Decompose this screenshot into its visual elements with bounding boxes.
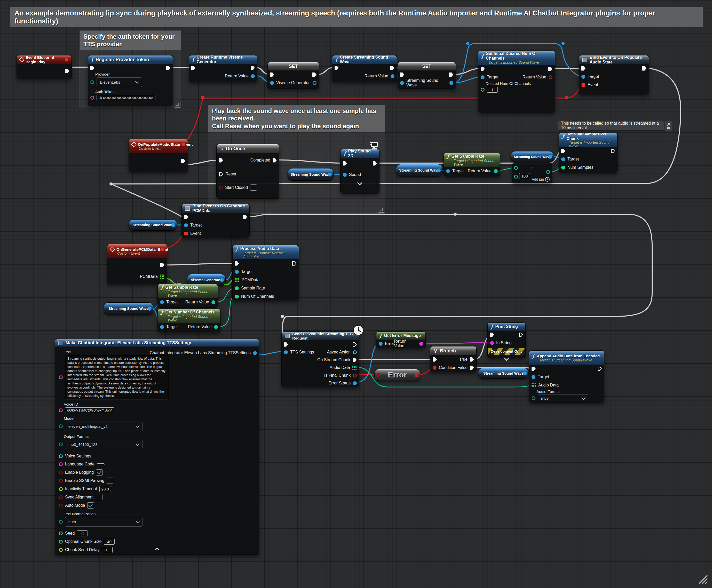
- exec-in-pin[interactable]: [191, 66, 196, 70]
- audio-format-dropdown[interactable]: mp3: [538, 394, 588, 402]
- voice-id-input[interactable]: gOkFV1JMCt0G0n9xmBwV: [65, 407, 114, 413]
- exec-in-pin[interactable]: [219, 158, 223, 163]
- exec-out-pin[interactable]: [373, 161, 377, 166]
- delegate-pin[interactable]: [64, 58, 68, 62]
- exec-in-pin[interactable]: [235, 261, 239, 266]
- node-create-streaming-sound-wave[interactable]: ƒ Create Streaming Sound Wave Return Val…: [332, 55, 397, 82]
- delegate-pin[interactable]: [161, 248, 165, 252]
- streaming-sound-wave-pin[interactable]: [400, 81, 404, 85]
- dividend-pin[interactable]: [514, 166, 518, 170]
- reroute-node[interactable]: [109, 183, 113, 186]
- node-branch[interactable]: Branch True ConditionFalse: [430, 346, 476, 372]
- reset-exec-pin[interactable]: [219, 172, 223, 176]
- exec-out-pin[interactable]: [390, 66, 394, 70]
- sound-pin[interactable]: [343, 173, 347, 177]
- optimal-chunk-size-input[interactable]: 40: [104, 539, 115, 545]
- output-pin[interactable]: [313, 81, 317, 85]
- exec-in-pin[interactable]: [481, 67, 485, 71]
- graph-title-comment[interactable]: An example demonstrating lip sync during…: [10, 7, 703, 27]
- bubble-pin-box[interactable]: [665, 121, 672, 131]
- variable-streaming-sound-wave[interactable]: Streaming Sound Wave: [511, 151, 554, 162]
- return-value-pin[interactable]: [549, 75, 552, 79]
- in-string-pin[interactable]: [490, 341, 494, 345]
- start-closed-checkbox[interactable]: [250, 185, 257, 191]
- node-register-provider-token[interactable]: ƒ Register Provider Token Provider Eleve…: [88, 55, 173, 106]
- output-pin[interactable]: [171, 223, 175, 227]
- exec-out-pin[interactable]: [65, 69, 69, 73]
- node-print-string[interactable]: ƒ Print String In String Development Onl…: [487, 322, 526, 358]
- tts-settings-output-pin[interactable]: [253, 351, 257, 355]
- node-get-sample-rate[interactable]: ƒGet Sample Rate Target is Imported Soun…: [444, 153, 500, 176]
- output-format-dropdown[interactable]: mp3_44100_128: [65, 440, 143, 449]
- sample-rate-pin[interactable]: [235, 287, 239, 290]
- node-do-once[interactable]: ↳ Do Once Completed Reset Start Closed: [216, 144, 279, 199]
- blueprint-canvas[interactable]: An example demonstrating lip sync during…: [0, 0, 712, 588]
- output-pin[interactable]: [328, 173, 332, 176]
- node-get-sample-rate[interactable]: ƒGet Sample Rate Target is Imported Soun…: [158, 284, 218, 308]
- reroute-node[interactable]: [562, 42, 565, 45]
- target-pin[interactable]: [235, 270, 239, 274]
- pcmdata-pin[interactable]: [235, 278, 236, 279]
- node-make-tts-settings[interactable]: Make Chatbot Integrator Eleven Labs Stre…: [55, 339, 259, 555]
- exec-out-pin[interactable]: [251, 66, 255, 70]
- node-on-populate-audio-state-event[interactable]: OnPopulateAudioState_Event Custom Event: [128, 139, 188, 172]
- num-samples-pin[interactable]: [561, 166, 565, 169]
- variable-streaming-sound-wave[interactable]: Streaming Sound Wave: [104, 302, 153, 315]
- exec-in-pin[interactable]: [532, 366, 536, 371]
- audio-data-pin[interactable]: [532, 383, 533, 384]
- return-value-pin[interactable]: [419, 342, 423, 346]
- target-pin[interactable]: [532, 375, 535, 379]
- node-send-elevenlabs-tts-request[interactable]: Send ElevenLabs Streaming TTS Request TT…: [281, 332, 359, 387]
- desired-num-channels-input[interactable]: 1: [487, 87, 498, 92]
- node-play-sound-2d[interactable]: ƒ Play Sound 2D Sound: [340, 149, 380, 193]
- enable-ssml-checkbox[interactable]: [107, 478, 113, 484]
- target-pin[interactable]: [481, 75, 485, 79]
- node-process-audio-data[interactable]: ƒProcess Audio Data Target is Runtime Vi…: [232, 245, 299, 300]
- target-pin[interactable]: [184, 224, 188, 227]
- exec-out-pin[interactable]: [353, 342, 357, 347]
- output-pin[interactable]: [523, 372, 527, 375]
- num-channels-pin[interactable]: [235, 295, 239, 298]
- enable-logging-pin[interactable]: [59, 470, 63, 475]
- variable-streaming-sound-wave[interactable]: Streaming Sound Wave: [396, 164, 443, 176]
- condition-pin[interactable]: [433, 366, 436, 370]
- auth-token-pin[interactable]: [90, 96, 94, 100]
- model-pin[interactable]: [59, 424, 63, 428]
- target-pin[interactable]: [160, 325, 164, 329]
- inactivity-timeout-pin[interactable]: [59, 487, 63, 491]
- enable-logging-checkbox[interactable]: [96, 469, 103, 476]
- variable-streaming-sound-wave[interactable]: Streaming Sound Wave: [128, 219, 177, 231]
- language-code-pin[interactable]: [59, 462, 63, 466]
- auto-mode-checkbox[interactable]: [87, 502, 94, 508]
- voice-settings-pin[interactable]: [59, 454, 63, 458]
- viseme-generator-pin[interactable]: [270, 81, 274, 85]
- error-pin[interactable]: [379, 342, 383, 346]
- divisor-pin[interactable]: [514, 175, 518, 178]
- exec-out-pin[interactable]: [519, 333, 523, 337]
- error-status-pin[interactable]: [353, 381, 357, 385]
- node-set-viseme-generator[interactable]: SET Viseme Generator: [267, 62, 319, 89]
- exec-out-pin[interactable]: [292, 261, 297, 266]
- node-set-num-samples-per-chunk[interactable]: ƒSet Num Samples Per Chunk Target is Imp…: [559, 133, 617, 173]
- exec-out-pin[interactable]: [598, 366, 602, 371]
- output-format-pin[interactable]: [59, 442, 63, 446]
- reroute-node[interactable]: [281, 315, 284, 318]
- variable-streaming-sound-wave[interactable]: Streaming Sound Wave: [288, 168, 333, 181]
- reroute-node[interactable]: [565, 96, 568, 99]
- model-dropdown[interactable]: eleven_multilingual_v2: [65, 422, 143, 431]
- variable-streaming-sound-wave[interactable]: Streaming Sound Wave: [478, 368, 529, 379]
- exec-in-pin[interactable]: [400, 72, 404, 77]
- output-pin[interactable]: [449, 81, 453, 85]
- node-append-audio-data-from-encoded[interactable]: ƒAppend Audio Data from Encoded Target i…: [529, 350, 604, 402]
- node-divide[interactable]: ÷ 100 Add pin +: [512, 163, 552, 183]
- is-final-chunk-pin[interactable]: [353, 374, 357, 377]
- exec-out-pin[interactable]: [449, 72, 453, 77]
- auth-token-input[interactable]: sk-xxxxxxxxxxxxxxxxxxxxxxxxxxxxxx: [97, 95, 156, 100]
- input-pin[interactable]: [376, 373, 380, 377]
- node-set-streaming-sound-wave[interactable]: SET Streaming Sound Wave: [398, 62, 456, 89]
- chunk-send-delay-pin[interactable]: [59, 548, 63, 552]
- delegate-pin[interactable]: [182, 143, 186, 147]
- text-normalization-dropdown[interactable]: auto: [65, 517, 143, 527]
- language-code-input[interactable]: [97, 463, 105, 465]
- output-pin[interactable]: [414, 373, 419, 377]
